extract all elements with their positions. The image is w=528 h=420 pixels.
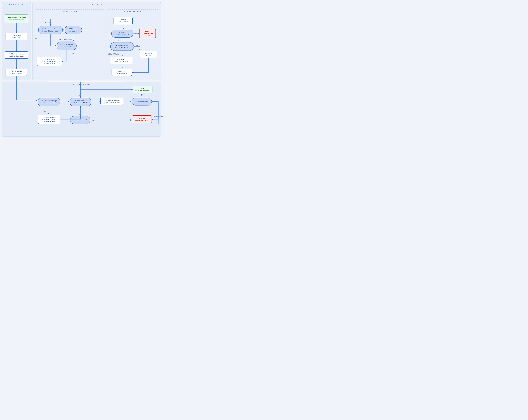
destination-chain-label: DESTINATION CHAIN <box>72 84 91 85</box>
diagram-root: SOURCE CHAIN OFF CHAIN CCIP EXECUTION MA… <box>0 0 165 138</box>
ccip-waits-node: CCIP waits for source finality <box>6 33 27 40</box>
open-ccip-explorer-node: Open the CCIP explorer <box>114 17 133 24</box>
message-failed-label: message failed <box>154 116 163 117</box>
is-initial-failure-gas-node: Is the initial failure due to a low gas … <box>110 42 134 51</box>
is-manual-available-node: Is manual execution available? <box>111 30 133 38</box>
off-chain-section: OFF CHAIN CCIP EXECUTION MANUAL EXECUTIO… <box>32 2 161 80</box>
whole-transaction-reverts-node: The whole transaction reverts <box>132 115 152 123</box>
no-logical-error-label: no (logical error inthe receiver contrac… <box>108 53 120 55</box>
no-label-tokens: no <box>61 100 63 102</box>
no-network-congestion-label: no (network congestion) <box>58 39 72 40</box>
no-label-transfer: no <box>92 119 94 121</box>
off-chain-label: OFF CHAIN <box>92 4 102 6</box>
does-ccip-include-tokens-node: Does the CCIP message include tokens tra… <box>38 98 60 106</box>
manual-execution-label: MANUAL EXECUTION <box>124 11 142 12</box>
no-timeout-label: no (timeout) <box>45 22 52 23</box>
yes-label-manual: yes <box>118 39 120 41</box>
ccip-transfers-tokens-node: CCIP transfers tokens to the receiver on… <box>38 115 60 124</box>
yes-label-2: yes <box>72 53 74 54</box>
contact-chainlink-node: Contact Chainlink Labs Support <box>139 29 156 38</box>
fix-receiver-node: Fix the receiver contract (if upgradable… <box>111 57 132 64</box>
is-transfer-successful-node: Is transfer successful? <box>70 116 90 124</box>
eoa-label: EOA <box>79 95 81 96</box>
sender-sends-node: Sender sends CCIP message from the sourc… <box>5 14 28 23</box>
ccip-execution-label: CCIP EXECUTION <box>63 11 78 12</box>
yes-call-label: yes <box>141 94 143 96</box>
increase-gas-limit-node: Increase the gas limit <box>140 51 157 58</box>
is-receiver-contract-node: Is the receiver a Contract or an EOA? <box>70 98 91 106</box>
ccip-message-timeout-node: CCIP message within the timeout (8 hours… <box>38 26 63 34</box>
rmn-blesses-node: RMN blesses the root of this batch <box>6 68 27 76</box>
yes-label-transfer: yes <box>79 113 81 114</box>
is-call-successful-node: Is call successful? <box>132 98 152 105</box>
is-ccip-executable-node: Is CCIP transaction executable? <box>57 42 77 50</box>
ccip-commits-node: CCIP commits a batch containing the mess… <box>5 51 28 59</box>
source-chain-label: SOURCE CHAIN <box>9 4 24 6</box>
source-chain-section: SOURCE CHAIN <box>2 2 31 80</box>
ccip-transaction-successful-node: CCIP transaction successful <box>133 86 153 93</box>
no-call-label: no <box>154 107 155 108</box>
trigger-manual-node: Trigger CCIP manual execution <box>111 68 132 76</box>
yes-label-gas: yes <box>136 45 138 46</box>
yes-label-1: yes <box>35 37 37 39</box>
contract-label: contract <box>92 99 97 101</box>
ccip-initiates-node: CCIP initiates (first) execution on the … <box>37 57 61 66</box>
no-label-manual: no <box>135 33 137 34</box>
ccip-bumps-gas-node: CCIP bumps the gas price <box>65 26 82 34</box>
ccip-calls-contract-node: CCIP calls the Contract on the destinati… <box>100 98 123 105</box>
yes-label-tokens: yes <box>44 111 46 113</box>
